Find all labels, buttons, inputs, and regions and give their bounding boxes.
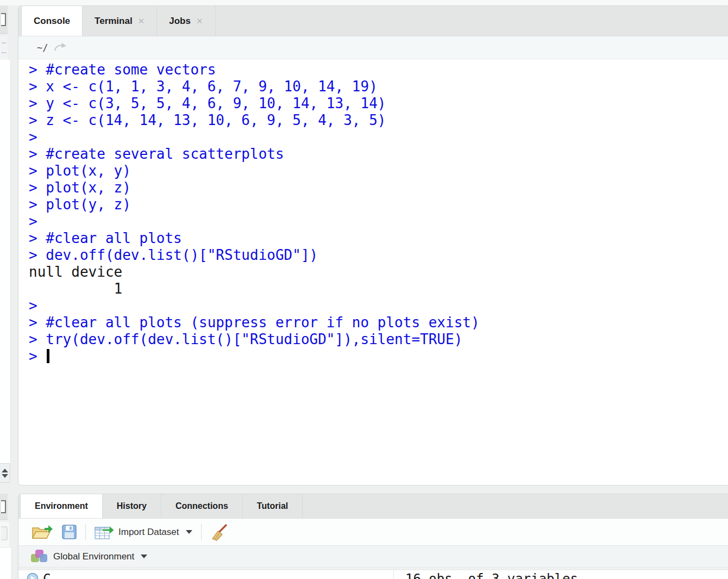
console-line-output: null device <box>29 264 728 281</box>
console-line-input: > #clear all plots (suppress error if no… <box>29 314 728 331</box>
window-top-strip <box>0 0 728 5</box>
list-icon <box>2 42 6 53</box>
tab-label: History <box>117 501 147 511</box>
tab-environment[interactable]: Environment <box>20 494 103 518</box>
save-icon <box>62 525 77 539</box>
expand-object-icon[interactable] <box>27 572 39 579</box>
cropped-left-pane-tab-bottom <box>0 494 8 520</box>
import-dataset-icon <box>95 525 114 540</box>
chevron-up-icon <box>2 469 8 472</box>
tab-label: Console <box>34 16 70 27</box>
tab-console[interactable]: Console <box>21 6 83 36</box>
cropped-left-pane-icon <box>0 522 9 547</box>
environment-scope-row[interactable]: Global Environment <box>18 546 728 568</box>
tab-label: Connections <box>175 501 228 511</box>
cropped-left-pane-content-bottom <box>0 548 11 579</box>
console-line-input: > z <- c(14, 14, 13, 10, 6, 9, 5, 4, 3, … <box>29 112 728 129</box>
console-path-row: ~/ <box>18 36 728 59</box>
console-line-input: > y <- c(3, 5, 5, 4, 6, 9, 10, 14, 13, 1… <box>29 95 728 112</box>
console-line-input: > plot(y, z) <box>29 196 728 213</box>
console-line-input: > #create several scatterplots <box>29 146 728 163</box>
text-cursor <box>47 349 49 363</box>
console-output[interactable]: > #create some vectors> x <- c(1, 1, 3, … <box>29 59 728 485</box>
cropped-left-pane-toolbar <box>0 36 8 60</box>
environment-scope-label: Global Environment <box>53 551 134 562</box>
cropped-left-pane-content <box>0 60 11 463</box>
close-icon[interactable]: ✕ <box>138 16 145 26</box>
dropdown-caret-icon <box>186 530 192 534</box>
console-line-input: > plot(x, y) <box>29 163 728 179</box>
load-workspace-button[interactable] <box>27 522 58 543</box>
global-environment-icon <box>30 549 48 564</box>
tab-label: Jobs <box>169 16 191 27</box>
console-line-input: > #create some vectors <box>29 61 728 78</box>
tab-terminal[interactable]: Terminal✕ <box>83 6 157 36</box>
close-icon[interactable]: ✕ <box>196 16 203 26</box>
chevron-down-icon <box>2 474 8 478</box>
goto-directory-icon[interactable] <box>53 42 67 54</box>
console-line-input: > <box>29 129 728 146</box>
environment-object-row[interactable]: C 16 obs. of 3 variables <box>18 570 728 579</box>
import-dataset-label: Import Dataset <box>118 527 179 538</box>
console-line-input: > try(dev.off(dev.list()["RStudioGD"]),s… <box>29 331 728 348</box>
import-dataset-button[interactable]: Import Dataset <box>90 522 197 542</box>
document-icon <box>1 500 6 513</box>
clear-objects-button[interactable] <box>206 521 233 543</box>
disabled-icon <box>1 526 8 540</box>
cropped-left-pane-tab <box>0 5 8 34</box>
tab-label: Tutorial <box>257 501 288 511</box>
object-value: 16 obs. of 3 variables <box>405 571 578 579</box>
save-workspace-button[interactable] <box>58 522 81 541</box>
tab-label: Terminal <box>95 16 133 27</box>
tab-history[interactable]: History <box>103 494 161 518</box>
environment-pane: EnvironmentHistoryConnectionsTutorial <box>18 494 728 579</box>
environment-tabbar: EnvironmentHistoryConnectionsTutorial <box>18 494 728 519</box>
console-line-input: > <box>29 213 728 230</box>
tab-label: Environment <box>35 501 88 511</box>
tab-tutorial[interactable]: Tutorial <box>243 494 303 518</box>
document-icon <box>1 13 6 26</box>
toolbar-separator <box>85 524 86 540</box>
dropdown-caret-icon <box>141 555 147 558</box>
console-line-input: > <box>29 348 728 365</box>
console-line-input: > #clear all plots <box>29 230 728 247</box>
console-line-input: > plot(x, z) <box>29 179 728 196</box>
tab-connections[interactable]: Connections <box>161 494 243 518</box>
environment-toolbar: Import Dataset <box>18 519 728 546</box>
console-line-output: 1 <box>29 281 728 297</box>
column-divider <box>393 570 394 579</box>
broom-icon <box>210 524 229 541</box>
tab-jobs[interactable]: Jobs✕ <box>157 6 215 36</box>
console-line-input: > dev.off(dev.list()["RStudioGD"]) <box>29 247 728 264</box>
console-tabbar: ConsoleTerminal✕Jobs✕ <box>18 6 728 36</box>
open-folder-icon <box>32 524 53 540</box>
console-pane: ConsoleTerminal✕Jobs✕ ~/ > #create some … <box>18 5 728 485</box>
toolbar-separator <box>201 524 202 540</box>
working-directory: ~/ <box>37 42 48 53</box>
object-name: C <box>43 571 51 579</box>
console-line-input: > x <- c(1, 1, 3, 4, 6, 7, 9, 10, 14, 19… <box>29 78 728 95</box>
console-line-input: > <box>29 297 728 314</box>
pane-resize-control[interactable] <box>0 463 10 483</box>
